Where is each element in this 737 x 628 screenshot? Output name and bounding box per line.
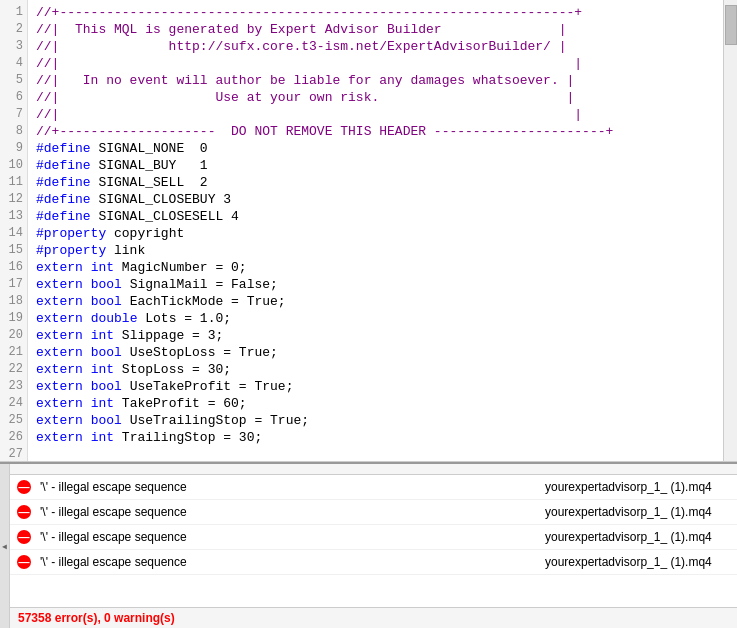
- code-line: #define SIGNAL_NONE 0: [36, 140, 715, 157]
- scrollbar-thumb[interactable]: [725, 5, 737, 45]
- line-number: 18: [0, 293, 23, 310]
- code-token: extern: [36, 294, 83, 309]
- line-number: 24: [0, 395, 23, 412]
- code-token: [83, 362, 91, 377]
- error-description: '\' - illegal escape sequence: [34, 530, 537, 544]
- error-row[interactable]: —'\' - illegal escape sequenceyourexpert…: [10, 500, 737, 525]
- line-number: 19: [0, 310, 23, 327]
- code-token: [83, 345, 91, 360]
- code-token: copyright: [106, 226, 184, 241]
- error-description: '\' - illegal escape sequence: [34, 555, 537, 569]
- code-line: //| This MQL is generated by Expert Advi…: [36, 21, 715, 38]
- line-number: 5: [0, 72, 23, 89]
- error-icon: —: [14, 502, 34, 522]
- code-token: UseTrailingStop = True;: [122, 413, 309, 428]
- code-line: #define SIGNAL_BUY 1: [36, 157, 715, 174]
- code-token: #property: [36, 243, 106, 258]
- line-number: 9: [0, 140, 23, 157]
- code-token: SIGNAL_SELL 2: [91, 175, 208, 190]
- code-token: //| http://sufx.core.t3-ism.net/ExpertAd…: [36, 39, 567, 54]
- code-line: #define SIGNAL_CLOSESELL 4: [36, 208, 715, 225]
- error-circle-icon: —: [17, 555, 31, 569]
- line-number: 26: [0, 429, 23, 446]
- line-number: 7: [0, 106, 23, 123]
- panel-inner: —'\' - illegal escape sequenceyourexpert…: [10, 464, 737, 628]
- error-file: yourexpertadvisorp_1_ (1).mq4: [537, 530, 737, 544]
- file-column-header: [537, 466, 737, 472]
- code-token: UseStopLoss = True;: [122, 345, 278, 360]
- code-token: extern: [36, 413, 83, 428]
- code-token: extern: [36, 362, 83, 377]
- code-token: extern: [36, 328, 83, 343]
- code-token: int: [91, 396, 114, 411]
- code-line: extern bool EachTickMode = True;: [36, 293, 715, 310]
- code-token: [83, 311, 91, 326]
- error-icon: —: [14, 477, 34, 497]
- code-token: double: [91, 311, 138, 326]
- code-token: #define: [36, 141, 91, 156]
- code-token: StopLoss = 30;: [114, 362, 231, 377]
- code-token: SIGNAL_BUY 1: [91, 158, 208, 173]
- code-token: extern: [36, 311, 83, 326]
- line-number: 10: [0, 157, 23, 174]
- line-number: 14: [0, 225, 23, 242]
- line-number: 17: [0, 276, 23, 293]
- line-numbers: 1234567891011121314151617181920212223242…: [0, 0, 28, 461]
- error-panel: —'\' - illegal escape sequenceyourexpert…: [0, 462, 737, 628]
- code-token: TakeProfit = 60;: [114, 396, 247, 411]
- code-token: MagicNumber = 0;: [114, 260, 247, 275]
- code-line: extern int TrailingStop = 30;: [36, 429, 715, 446]
- vertical-scrollbar[interactable]: [723, 0, 737, 461]
- line-number: 2: [0, 21, 23, 38]
- line-number: 16: [0, 259, 23, 276]
- code-line: //| |: [36, 55, 715, 72]
- code-token: bool: [91, 413, 122, 428]
- code-token: int: [91, 362, 114, 377]
- code-line: extern int TakeProfit = 60;: [36, 395, 715, 412]
- error-list[interactable]: —'\' - illegal escape sequenceyourexpert…: [10, 475, 737, 607]
- code-token: bool: [91, 379, 122, 394]
- code-line: #define SIGNAL_CLOSEBUY 3: [36, 191, 715, 208]
- error-icon: —: [14, 527, 34, 547]
- code-token: int: [91, 260, 114, 275]
- code-token: #define: [36, 158, 91, 173]
- panel-footer: 57358 error(s), 0 warning(s): [10, 607, 737, 628]
- error-file: yourexpertadvisorp_1_ (1).mq4: [537, 555, 737, 569]
- code-line: extern int StopLoss = 30;: [36, 361, 715, 378]
- code-token: #define: [36, 192, 91, 207]
- code-line: #define SIGNAL_SELL 2: [36, 174, 715, 191]
- code-token: link: [106, 243, 145, 258]
- code-token: bool: [91, 277, 122, 292]
- code-token: extern: [36, 345, 83, 360]
- error-description: '\' - illegal escape sequence: [34, 480, 537, 494]
- code-token: SignalMail = False;: [122, 277, 278, 292]
- code-content[interactable]: //+-------------------------------------…: [28, 0, 723, 461]
- line-number: 20: [0, 327, 23, 344]
- code-token: Slippage = 3;: [114, 328, 223, 343]
- code-token: //| This MQL is generated by Expert Advi…: [36, 22, 567, 37]
- error-row[interactable]: —'\' - illegal escape sequenceyourexpert…: [10, 525, 737, 550]
- code-token: extern: [36, 430, 83, 445]
- line-number: 4: [0, 55, 23, 72]
- line-number: 21: [0, 344, 23, 361]
- code-token: int: [91, 328, 114, 343]
- line-number: 27: [0, 446, 23, 462]
- code-line: //| |: [36, 106, 715, 123]
- code-line: #property link: [36, 242, 715, 259]
- panel-header: [10, 464, 737, 475]
- code-token: TrailingStop = 30;: [114, 430, 262, 445]
- code-token: int: [91, 430, 114, 445]
- code-line: //| http://sufx.core.t3-ism.net/ExpertAd…: [36, 38, 715, 55]
- code-line: //| In no event will author be liable fo…: [36, 72, 715, 89]
- code-token: [83, 260, 91, 275]
- code-line: extern double Lots = 1.0;: [36, 310, 715, 327]
- error-row[interactable]: —'\' - illegal escape sequenceyourexpert…: [10, 475, 737, 500]
- error-icon: —: [14, 552, 34, 572]
- error-summary: 57358 error(s), 0 warning(s): [18, 611, 175, 625]
- error-description: '\' - illegal escape sequence: [34, 505, 537, 519]
- line-number: 25: [0, 412, 23, 429]
- panel-collapse-handle[interactable]: [0, 464, 10, 628]
- line-number: 1: [0, 4, 23, 21]
- error-row[interactable]: —'\' - illegal escape sequenceyourexpert…: [10, 550, 737, 575]
- code-token: //| In no event will author be liable fo…: [36, 73, 574, 88]
